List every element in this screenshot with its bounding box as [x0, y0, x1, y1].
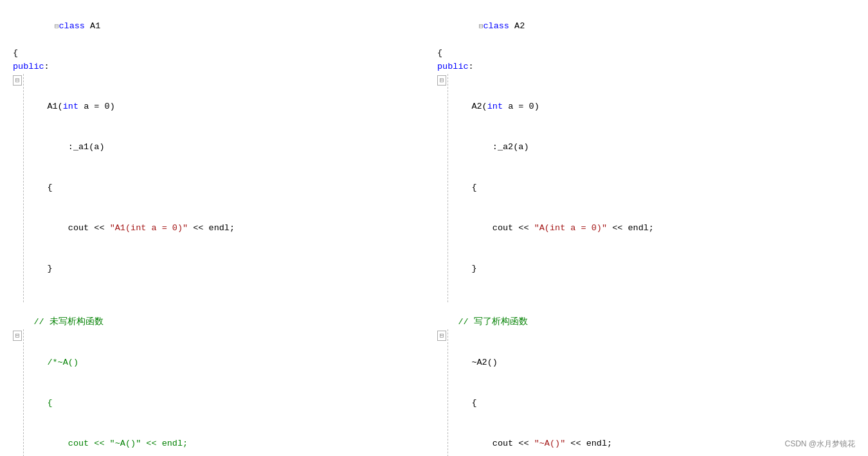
left-code-block: ⊟class A1 { public: ⊟ A1(int a = 0) :_a1… — [13, 6, 411, 456]
code-line: ⊟class A2 — [437, 6, 836, 47]
main-container: ⊟class A1 { public: ⊟ A1(int a = 0) :_a1… — [0, 0, 868, 456]
watermark: CSDN @水月梦镜花 — [784, 439, 855, 450]
top-section: ⊟class A1 { public: ⊟ A1(int a = 0) :_a1… — [0, 0, 868, 456]
code-line — [437, 302, 836, 316]
code-comment: // 写了析构函数 — [437, 316, 836, 329]
code-line: public: — [437, 60, 836, 74]
code-line: public: — [13, 60, 411, 74]
code-line: ⊟ ~A2() { cout << "~A()" << endl; } — [437, 329, 836, 456]
code-comment: // 未写析构函数 — [13, 316, 411, 329]
code-line: ⊟ A1(int a = 0) :_a1(a) { cout << "A1(in… — [13, 74, 411, 303]
code-line: ⊟ A2(int a = 0) :_a2(a) { cout << "A(int… — [437, 74, 836, 303]
code-line: ⊟ /*~A() { cout << "~A()" << endl; }*/ — [13, 329, 411, 456]
code-line: ⊟class A1 — [13, 6, 411, 47]
code-line: { — [437, 47, 836, 60]
code-line: { — [13, 47, 411, 60]
code-line — [13, 302, 411, 316]
right-code-block: ⊟class A2 { public: ⊟ A2(int a = 0) :_a2… — [437, 6, 836, 456]
